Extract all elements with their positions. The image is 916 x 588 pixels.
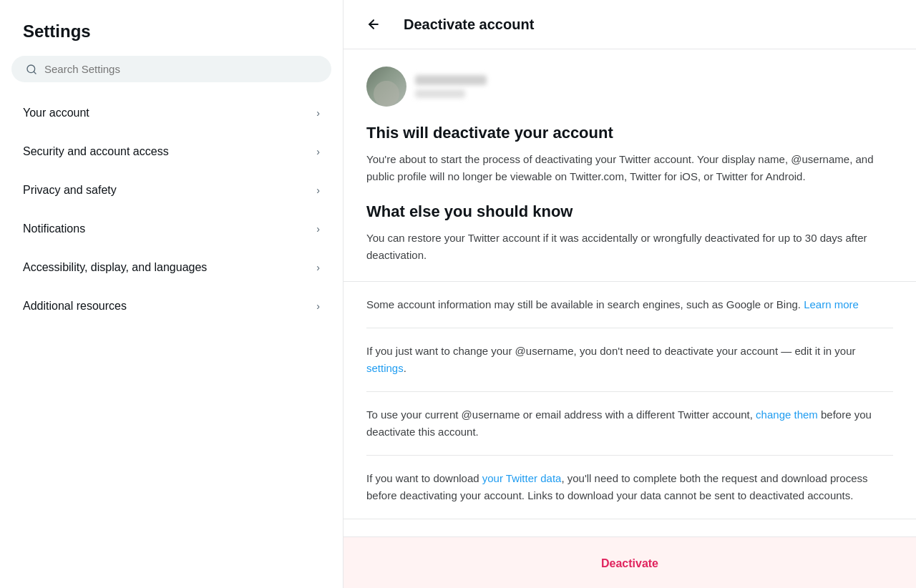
twitter-data-link[interactable]: your Twitter data [482,472,562,484]
para-deactivate: You're about to start the process of dea… [366,151,893,185]
info-text-after-2: . [404,362,406,374]
sidebar-item-label: Notifications [23,222,85,235]
info-block-email-change: To use your current @username or email a… [366,392,893,456]
learn-more-link[interactable]: Learn more [804,298,859,310]
sidebar-item-accessibility[interactable]: Accessibility, display, and languages › [11,248,331,287]
sidebar-item-label: Privacy and safety [23,184,117,197]
sidebar-title: Settings [11,14,331,56]
search-input[interactable] [44,63,317,75]
heading-deactivate: This will deactivate your account [366,124,893,142]
sidebar-item-your-account[interactable]: Your account › [11,94,331,132]
chevron-right-icon: › [316,185,320,196]
info-block-search-engines: Some account information may still be av… [366,282,893,328]
sidebar-nav: Your account › Security and account acce… [11,94,331,325]
info-text-username-change: If you just want to change your @usernam… [366,343,893,377]
sidebar-item-label: Accessibility, display, and languages [23,261,207,274]
handle-blur [415,89,465,98]
info-text-before-2: If you just want to change your @usernam… [366,345,855,357]
user-info-blur [415,75,487,98]
page-title: Deactivate account [404,16,534,33]
sidebar-item-security-account-access[interactable]: Security and account access › [11,132,331,171]
deactivate-footer: Deactivate [344,536,916,588]
settings-link[interactable]: settings [366,362,404,374]
info-block-download-data: If you want to download your Twitter dat… [366,456,893,519]
sidebar-item-label: Additional resources [23,300,127,313]
info-block-username-change: If you just want to change your @usernam… [366,328,893,392]
info-text-before-3: To use your current @username or email a… [366,408,756,421]
para-restore: You can restore your Twitter account if … [366,230,893,264]
deactivate-button[interactable]: Deactivate [584,552,676,576]
info-text-before: Some account information may still be av… [366,298,804,310]
sidebar-item-label: Security and account access [23,145,169,158]
chevron-right-icon: › [316,300,320,312]
main-header: Deactivate account [344,0,916,49]
sidebar-item-label: Your account [23,107,89,119]
main-content: Deactivate account This will deactivate … [344,0,916,588]
info-text-before-4: If you want to download [366,472,482,484]
search-icon [26,64,37,75]
sidebar-item-privacy-safety[interactable]: Privacy and safety › [11,171,331,210]
sidebar-item-additional-resources[interactable]: Additional resources › [11,287,331,325]
avatar-area [366,67,893,107]
sidebar-item-notifications[interactable]: Notifications › [11,210,331,248]
heading-what-to-know: What else you should know [366,202,893,221]
info-text-email-change: To use your current @username or email a… [366,406,893,441]
svg-line-1 [34,72,36,74]
main-body: This will deactivate your account You're… [344,49,916,536]
back-button[interactable] [361,11,386,37]
info-text-search-engines: Some account information may still be av… [366,296,893,313]
chevron-right-icon: › [316,262,320,273]
username-blur [415,75,487,85]
sidebar: Settings Your account › Security and acc… [0,0,344,588]
info-text-download-data: If you want to download your Twitter dat… [366,470,893,504]
avatar [366,67,406,107]
chevron-right-icon: › [316,146,320,157]
change-them-link[interactable]: change them [756,408,818,421]
search-bar[interactable] [11,56,331,82]
chevron-right-icon: › [316,223,320,235]
info-blocks: Some account information may still be av… [344,281,916,519]
chevron-right-icon: › [316,107,320,119]
